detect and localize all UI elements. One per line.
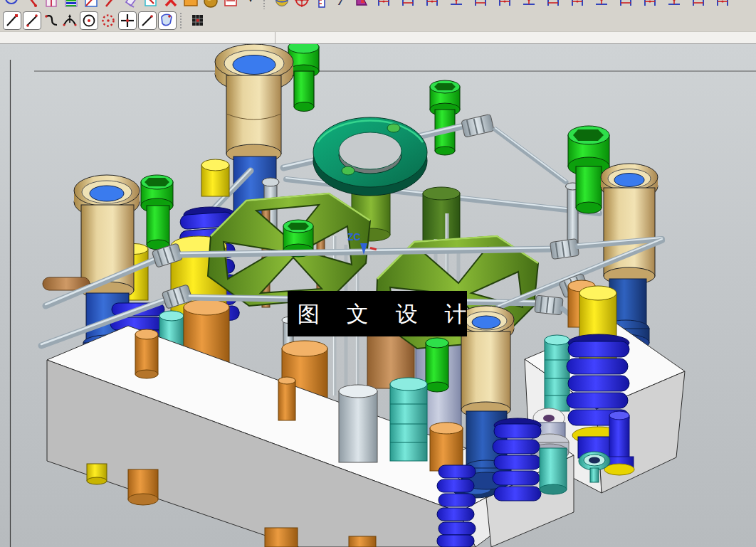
coil-spring-center-front[interactable] bbox=[493, 418, 541, 501]
dimension-icon-2[interactable] bbox=[399, 0, 416, 9]
annotation-flag-icon[interactable] bbox=[353, 0, 370, 9]
dimension-icon-15[interactable] bbox=[714, 0, 731, 9]
delete-icon[interactable] bbox=[162, 0, 179, 9]
sketch-toolbar bbox=[0, 9, 756, 31]
profile-tool-icon[interactable] bbox=[3, 11, 21, 30]
toolbar-separator bbox=[180, 13, 186, 28]
toolbar-separator bbox=[263, 0, 269, 9]
line-tool-icon[interactable] bbox=[23, 11, 41, 30]
circle-tool-icon[interactable] bbox=[80, 11, 98, 30]
ellipse-tool-icon[interactable] bbox=[100, 12, 117, 29]
dimension-icon-10[interactable] bbox=[593, 0, 610, 9]
ring-screw[interactable] bbox=[342, 166, 355, 175]
dropdown-arrow[interactable]: ▾ bbox=[242, 0, 259, 9]
quick-trim-icon[interactable] bbox=[158, 11, 177, 30]
toolbar-strip-divider bbox=[275, 32, 275, 43]
dimension-icon-14[interactable] bbox=[690, 0, 707, 9]
layer-settings-icon[interactable] bbox=[63, 0, 80, 9]
dimension-icon-7[interactable] bbox=[520, 0, 537, 9]
dimension-icon-13[interactable] bbox=[666, 0, 683, 9]
cap-screw-top-center[interactable] bbox=[288, 44, 319, 112]
cap-screw-left[interactable] bbox=[141, 175, 173, 250]
point-tool-icon[interactable] bbox=[118, 11, 137, 30]
annotation-editor-icon[interactable] bbox=[142, 0, 159, 9]
dimension-icon-8[interactable] bbox=[545, 0, 562, 9]
inferred-line-icon[interactable] bbox=[138, 11, 157, 30]
docked-toolbar-strip bbox=[0, 31, 756, 44]
cap-screw-upper-middle[interactable] bbox=[430, 80, 460, 155]
render-style-icon[interactable] bbox=[273, 0, 290, 9]
dimension-icon-4[interactable] bbox=[448, 0, 465, 9]
return-pin-on-rail-left[interactable] bbox=[135, 329, 158, 378]
svg-text:7: 7 bbox=[337, 0, 345, 8]
angular-dimension-icon[interactable]: 7 bbox=[333, 0, 350, 9]
rectangle-tool-icon[interactable] bbox=[43, 0, 60, 9]
dimension-icon-12[interactable] bbox=[641, 0, 658, 9]
watermark-banner: 图 文 设 计 bbox=[288, 291, 467, 336]
sheet-view-icon[interactable] bbox=[83, 0, 100, 9]
frame-screw-right-lower[interactable] bbox=[426, 338, 448, 392]
dimension-icon-3[interactable] bbox=[424, 0, 441, 9]
eraser-icon[interactable] bbox=[122, 0, 140, 9]
spacer-sleeve-right[interactable] bbox=[545, 335, 569, 411]
drawing-sheet-icon[interactable] bbox=[222, 0, 239, 9]
dimension-icon-1[interactable] bbox=[375, 0, 392, 9]
lifting-ring[interactable] bbox=[313, 117, 427, 196]
dimension-icon-6[interactable] bbox=[496, 0, 513, 9]
return-pin-on-rail-mid[interactable] bbox=[278, 377, 295, 420]
ring-screw[interactable] bbox=[387, 124, 400, 132]
dimension-icon-11[interactable] bbox=[617, 0, 634, 9]
wcs-zc-label: ZC bbox=[347, 231, 361, 243]
dimension-icon-5[interactable] bbox=[472, 0, 489, 9]
vertical-dimension-icon[interactable] bbox=[313, 0, 330, 9]
circle-tool-icon[interactable] bbox=[3, 0, 20, 9]
open-folder-icon[interactable] bbox=[182, 0, 199, 9]
dimension-icon-9[interactable] bbox=[569, 0, 586, 9]
center-mark-icon[interactable] bbox=[293, 0, 310, 9]
line-color-icon[interactable] bbox=[103, 0, 120, 9]
graphics-window[interactable]: ZC 图 文 设 计 bbox=[0, 44, 756, 547]
coil-spring-bottom-center[interactable] bbox=[437, 465, 476, 547]
top-toolbar: ▾7 bbox=[0, 0, 756, 9]
grid-display-icon[interactable] bbox=[189, 12, 206, 29]
cad-application-window: ▾7 bbox=[0, 0, 756, 547]
red-line-tool-icon[interactable] bbox=[23, 0, 40, 9]
arc-tool-icon[interactable] bbox=[43, 12, 60, 29]
material-library-icon[interactable] bbox=[202, 0, 219, 9]
arc-point-tool-icon[interactable] bbox=[61, 12, 78, 29]
spacer-sleeve-bottom-right[interactable] bbox=[540, 448, 567, 494]
